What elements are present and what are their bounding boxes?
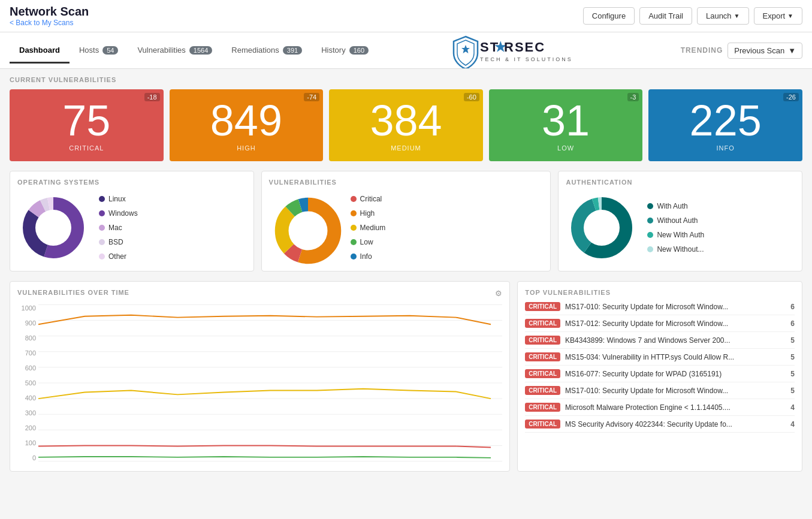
critical-badge-1: CRITICAL	[525, 319, 560, 328]
top-vuln-item[interactable]: CRITICAL KB4343899: Windows 7 and Window…	[525, 336, 795, 349]
gear-icon[interactable]: ⚙	[495, 289, 502, 298]
vuln-critical-label: Critical	[360, 192, 382, 206]
header-left: Network Scan Back to My Scans	[10, 5, 89, 27]
low-card[interactable]: -3 31 LOW	[489, 89, 643, 161]
launch-button[interactable]: Launch	[697, 7, 749, 25]
critical-card[interactable]: -18 75 CRITICAL	[10, 89, 164, 161]
back-link[interactable]: Back to My Scans	[10, 19, 89, 27]
y-600: 600	[17, 364, 36, 372]
y-100: 100	[17, 439, 36, 446]
new-without-auth-dot	[647, 246, 653, 252]
vuln-name-6: Microsoft Malware Protection Engine < 1.…	[565, 403, 781, 412]
tab-history[interactable]: History 160	[312, 38, 378, 64]
vuln-legend-low: Low	[351, 235, 386, 249]
low-dot	[351, 239, 357, 245]
auth-chart-row: With Auth Without Auth New With Auth New…	[566, 192, 795, 264]
high-number: 849	[210, 99, 282, 142]
auth-legend-with: With Auth	[647, 199, 704, 213]
vuln-count-0: 6	[786, 303, 795, 311]
info-number: 225	[690, 99, 762, 142]
top-vuln-item[interactable]: CRITICAL MS17-012: Security Update for M…	[525, 319, 795, 332]
y-axis: 1000 900 800 700 600 500 400 300 200 100…	[17, 302, 38, 464]
tab-remediations[interactable]: Remediations 391	[222, 38, 312, 64]
top-vuln-item[interactable]: CRITICAL MS15-034: Vulnerability in HTTP…	[525, 352, 795, 366]
time-title: VULNERABILITIES OVER TIME	[17, 289, 502, 296]
vuln-high-label: High	[360, 206, 375, 221]
vuln-legend-high: High	[351, 206, 386, 221]
top-vuln-item[interactable]: CRITICAL Microsoft Malware Protection En…	[525, 403, 795, 416]
vuln-badge: 1564	[189, 46, 212, 55]
top-vuln-list: CRITICAL MS17-010: Security Update for M…	[525, 302, 795, 433]
top-vuln-item[interactable]: CRITICAL MS16-077: Security Update for W…	[525, 369, 795, 382]
top-vuln-title: TOP VULNERABILITIES	[525, 289, 795, 296]
without-auth-label: Without Auth	[657, 213, 698, 228]
high-label: HIGH	[237, 144, 256, 152]
high-delta: -74	[304, 93, 319, 101]
y-700: 700	[17, 349, 36, 357]
top-vuln-item[interactable]: CRITICAL MS Security Advisory 4022344: S…	[525, 420, 795, 433]
os-legend-mac: Mac	[99, 221, 138, 235]
nav-tabs: Dashboard Hosts 54 Vulnerabilities 1564 …	[0, 32, 388, 68]
main-content: CURRENT VULNERABILITIES -18 75 CRITICAL …	[0, 69, 812, 479]
vuln-cards: -18 75 CRITICAL -74 849 HIGH -60 384 MED…	[10, 89, 802, 161]
tab-dashboard[interactable]: Dashboard	[10, 38, 70, 64]
trending-area: TRENDING Previous Scan ▼	[671, 32, 812, 68]
bottom-row: VULNERABILITIES OVER TIME ⚙ 1000 900 800…	[10, 281, 802, 472]
critical-badge-3: CRITICAL	[525, 352, 560, 361]
vuln-count-7: 4	[786, 420, 795, 429]
critical-badge-0: CRITICAL	[525, 302, 560, 311]
info-dot	[351, 254, 357, 260]
linux-dot	[99, 196, 105, 202]
tab-vulnerabilities[interactable]: Vulnerabilities 1564	[128, 38, 222, 64]
export-button[interactable]: Export	[754, 7, 802, 25]
audit-trail-button[interactable]: Audit Trail	[639, 7, 692, 25]
vuln-count-5: 5	[786, 387, 795, 395]
new-with-auth-dot	[647, 232, 653, 238]
info-card[interactable]: -26 225 INFO	[648, 89, 802, 161]
critical-badge-7: CRITICAL	[525, 420, 560, 429]
vuln-donut-panel: VULNERABILITIES C	[261, 171, 551, 271]
remed-badge: 391	[283, 46, 302, 55]
high-card[interactable]: -74 849 HIGH	[170, 89, 324, 161]
vuln-name-0: MS17-010: Security Update for Microsoft …	[565, 303, 781, 311]
medium-card[interactable]: -60 384 MEDIUM	[329, 89, 483, 161]
auth-title: AUTHENTICATION	[566, 179, 795, 186]
logo-area: ST ★ RSEC TECH & IT SOLUTIONS	[388, 32, 671, 68]
top-vuln-item[interactable]: CRITICAL MS17-010: Security Update for M…	[525, 302, 795, 315]
svg-text:TECH & IT SOLUTIONS: TECH & IT SOLUTIONS	[480, 56, 573, 62]
vuln-count-1: 6	[786, 319, 795, 328]
critical-delta: -18	[144, 93, 160, 101]
critical-label: CRITICAL	[69, 144, 104, 152]
os-legend-other: Other	[99, 249, 138, 264]
trending-select[interactable]: Previous Scan ▼	[728, 43, 802, 59]
y-1000: 1000	[17, 304, 36, 312]
high-dot	[351, 210, 357, 216]
auth-legend-without: Without Auth	[647, 213, 704, 228]
vuln-count-6: 4	[786, 403, 795, 412]
critical-badge-2: CRITICAL	[525, 336, 560, 345]
vuln-count-2: 5	[786, 336, 795, 345]
y-800: 800	[17, 334, 36, 342]
vuln-low-label: Low	[360, 235, 373, 249]
mac-label: Mac	[108, 221, 122, 235]
vuln-donut-chart	[269, 192, 341, 264]
top-vuln-panel: TOP VULNERABILITIES CRITICAL MS17-010: S…	[517, 281, 802, 472]
tab-hosts[interactable]: Hosts 54	[70, 38, 128, 64]
configure-button[interactable]: Configure	[583, 7, 635, 25]
medium-number: 384	[370, 99, 442, 142]
critical-badge-5: CRITICAL	[525, 386, 560, 395]
new-with-auth-label: New With Auth	[657, 228, 704, 242]
os-chart-row: Linux Windows Mac BSD	[17, 192, 246, 264]
with-auth-dot	[647, 203, 653, 209]
other-dot	[99, 254, 105, 260]
without-auth-dot	[647, 218, 653, 224]
history-badge: 160	[349, 46, 369, 55]
vuln-legend-critical: Critical	[351, 192, 386, 206]
time-chart-area	[38, 302, 502, 464]
top-vuln-item[interactable]: CRITICAL MS17-010: Security Update for M…	[525, 386, 795, 399]
y-400: 400	[17, 394, 36, 402]
app-title: Network Scan	[10, 5, 89, 19]
medium-delta: -60	[464, 93, 479, 101]
critical-badge-4: CRITICAL	[525, 369, 560, 378]
trending-label: TRENDING	[681, 46, 723, 55]
